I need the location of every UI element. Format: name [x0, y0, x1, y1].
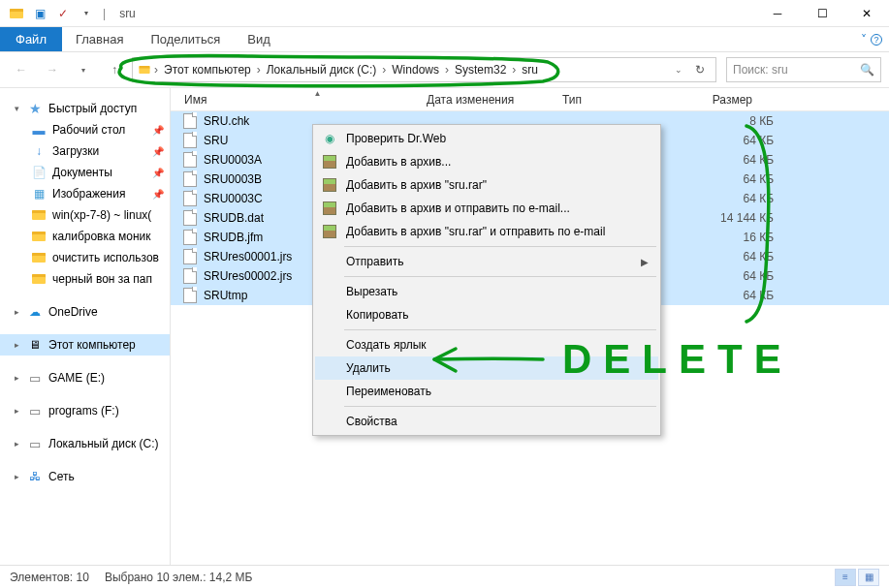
file-size: 64 КБ: [692, 192, 789, 205]
nav-documents[interactable]: Документы📌: [0, 162, 170, 183]
documents-icon: [31, 165, 47, 180]
title-separator: |: [103, 7, 106, 20]
ctx-rename[interactable]: Переименовать: [315, 380, 658, 403]
file-icon: [182, 210, 198, 226]
nav-folder[interactable]: очистить использов: [0, 247, 170, 268]
file-icon: [182, 133, 198, 148]
ctx-cut[interactable]: Вырезать: [315, 280, 658, 303]
qat-check-icon[interactable]: ✓: [52, 3, 74, 24]
ctx-drweb[interactable]: Проверить Dr.Web: [315, 127, 658, 150]
nav-network[interactable]: ▸Сеть: [0, 466, 170, 487]
chevron-right-icon[interactable]: ›: [152, 63, 160, 77]
back-button[interactable]: ←: [8, 56, 35, 83]
nav-drive[interactable]: ▸programs (F:): [0, 400, 170, 421]
maximize-button[interactable]: ☐: [800, 0, 844, 27]
file-size: 16 КБ: [692, 231, 789, 244]
file-size: 64 КБ: [692, 250, 789, 263]
address-dropdown-icon[interactable]: ⌄: [669, 65, 688, 75]
folder-icon: [31, 207, 47, 223]
context-menu: Проверить Dr.Web Добавить в архив... Доб…: [312, 124, 661, 436]
details-view-button[interactable]: ≡: [835, 569, 856, 586]
chevron-right-icon[interactable]: ›: [380, 63, 388, 77]
column-headers: Имя▲ Дата изменения Тип Размер: [171, 88, 889, 111]
ctx-rar-email[interactable]: Добавить в архив и отправить по e-mail..…: [315, 197, 658, 220]
breadcrumb[interactable]: Windows: [388, 63, 443, 77]
ribbon-tab-view[interactable]: Вид: [234, 27, 284, 51]
desktop-icon: [31, 122, 47, 138]
nav-drive[interactable]: ▸GAME (E:): [0, 367, 170, 388]
column-type[interactable]: Тип: [555, 93, 671, 107]
nav-pictures[interactable]: Изображения📌: [0, 183, 170, 204]
chevron-right-icon[interactable]: ›: [255, 63, 263, 77]
ctx-send-to[interactable]: Отправить▶: [315, 250, 658, 273]
chevron-right-icon[interactable]: ›: [443, 63, 451, 77]
breadcrumb[interactable]: Этот компьютер: [160, 63, 255, 77]
recent-locations-button[interactable]: ▾: [70, 56, 97, 83]
nav-folder[interactable]: win(xp-7-8) ~ linux(: [0, 204, 170, 226]
breadcrumb[interactable]: System32: [451, 63, 510, 77]
drive-icon: [27, 370, 43, 386]
menu-separator: [344, 406, 656, 407]
close-button[interactable]: ✕: [844, 0, 889, 27]
drive-icon: [27, 403, 43, 418]
address-folder-icon: [139, 64, 151, 77]
nav-drive[interactable]: ▸Локальный диск (C:): [0, 433, 170, 454]
star-icon: [27, 101, 43, 116]
onedrive-icon: [27, 304, 43, 320]
file-size: 8 КБ: [692, 114, 789, 128]
column-date[interactable]: Дата изменения: [419, 93, 555, 107]
refresh-button[interactable]: ↻: [688, 63, 712, 77]
column-size[interactable]: Размер: [671, 93, 768, 107]
nav-folder[interactable]: калибровка моник: [0, 226, 170, 247]
ctx-rar-email-sru[interactable]: Добавить в архив "sru.rar" и отправить п…: [315, 220, 658, 243]
column-name[interactable]: Имя▲: [176, 93, 419, 107]
search-box[interactable]: Поиск: sru 🔍: [726, 57, 881, 82]
breadcrumb[interactable]: Локальный диск (C:): [263, 63, 381, 77]
ctx-create-shortcut[interactable]: Создать ярлык: [315, 333, 658, 356]
qat-properties-icon[interactable]: ▣: [29, 3, 50, 24]
folder-icon: [31, 250, 47, 265]
ctx-rar-add-sru[interactable]: Добавить в архив "sru.rar": [315, 173, 658, 197]
ribbon-file-tab[interactable]: Файл: [0, 27, 62, 51]
view-switcher: ≡ ▦: [835, 569, 879, 586]
rar-icon: [321, 200, 338, 217]
ctx-rar-add[interactable]: Добавить в архив...: [315, 150, 658, 173]
nav-downloads[interactable]: Загрузки📌: [0, 140, 170, 162]
nav-quick-access[interactable]: ▾Быстрый доступ: [0, 98, 170, 119]
status-selection: Выбрано 10 элем.: 14,2 МБ: [105, 571, 253, 584]
ribbon-tab-home[interactable]: Главная: [62, 27, 137, 51]
nav-desktop[interactable]: Рабочий стол📌: [0, 119, 170, 140]
ctx-delete[interactable]: Удалить: [315, 356, 658, 380]
drweb-icon: [321, 130, 338, 147]
breadcrumb[interactable]: sru: [518, 63, 542, 77]
ctx-properties[interactable]: Свойства: [315, 410, 658, 433]
address-bar[interactable]: › Этот компьютер › Локальный диск (C:) ›…: [132, 57, 716, 82]
up-button[interactable]: ↑: [101, 56, 128, 83]
nav-this-pc[interactable]: ▸Этот компьютер: [0, 334, 170, 356]
rar-icon: [321, 223, 338, 240]
file-icon: [182, 230, 198, 245]
folder-icon: [31, 271, 47, 287]
thumbnails-view-button[interactable]: ▦: [858, 569, 879, 586]
forward-button[interactable]: →: [39, 56, 66, 83]
chevron-right-icon[interactable]: ›: [510, 63, 518, 77]
nav-folder[interactable]: черный вон за пап: [0, 268, 170, 290]
quick-access-toolbar: ▣ ✓ ▾: [0, 3, 97, 24]
ribbon: Файл Главная Поделиться Вид ˅?: [0, 27, 889, 52]
qat-dropdown-icon[interactable]: ▾: [76, 3, 97, 24]
status-item-count: Элементов: 10: [10, 571, 89, 584]
search-placeholder: Поиск: sru: [733, 63, 788, 77]
search-icon[interactable]: 🔍: [860, 63, 874, 77]
pc-icon: [27, 337, 43, 353]
submenu-arrow-icon: ▶: [641, 257, 649, 267]
ribbon-tab-share[interactable]: Поделиться: [137, 27, 234, 51]
pin-icon: 📌: [152, 146, 164, 157]
window-controls: ─ ☐ ✕: [755, 0, 889, 27]
rar-icon: [321, 153, 338, 170]
rar-icon: [321, 176, 338, 194]
ribbon-expand-button[interactable]: ˅?: [854, 27, 889, 51]
nav-onedrive[interactable]: ▸OneDrive: [0, 301, 170, 323]
ctx-copy[interactable]: Копировать: [315, 303, 658, 326]
file-size: 64 КБ: [692, 289, 789, 302]
minimize-button[interactable]: ─: [755, 0, 800, 27]
